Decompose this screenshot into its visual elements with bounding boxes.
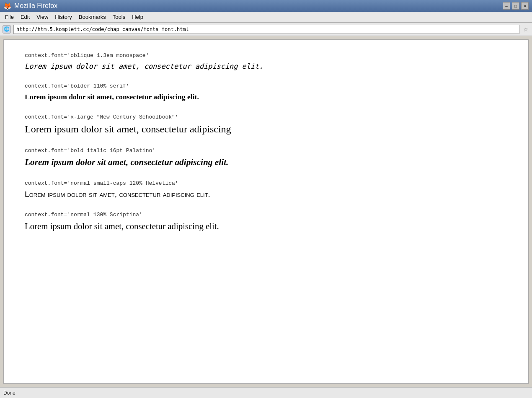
- menubar: File Edit View History Bookmarks Tools H…: [0, 12, 532, 23]
- font-entry: context.font='normal small-caps 120% Hel…: [25, 180, 507, 199]
- font-demo-text: Lorem ipsum dolor sit amet, consectetur …: [25, 93, 507, 101]
- font-code-label: context.font='normal 130% Scriptina': [25, 212, 507, 218]
- statusbar: Done: [0, 387, 532, 398]
- menu-help[interactable]: Help: [129, 13, 147, 21]
- titlebar-left: 🦊 Mozilla Firefox: [3, 2, 57, 10]
- bookmark-star-icon[interactable]: ☆: [522, 26, 529, 33]
- maximize-button[interactable]: □: [512, 2, 519, 10]
- firefox-icon: 🦊: [3, 2, 12, 10]
- addressbar: 🌐 ☆: [0, 23, 532, 36]
- font-demo-text: Lorem ipsum dolor sit amet, consectetur …: [25, 124, 507, 135]
- minimize-button[interactable]: –: [503, 2, 510, 10]
- font-demo-text: Lorem ipsum dolor sit amet, consectetur …: [25, 221, 507, 231]
- font-code-label: context.font='bolder 110% serif': [25, 83, 507, 89]
- font-code-label: context.font='oblique 1.3em monospace': [25, 52, 507, 59]
- status-text: Done: [3, 390, 15, 396]
- menu-bookmarks[interactable]: Bookmarks: [75, 13, 109, 21]
- font-demo-text: Lorem ipsum dolor sit amet, consectetur …: [25, 62, 507, 70]
- menu-history[interactable]: History: [52, 13, 75, 21]
- font-demo-text: Lorem ipsum dolor sit amet, consectetur …: [25, 190, 507, 199]
- titlebar: 🦊 Mozilla Firefox – □ ✕: [0, 0, 532, 12]
- font-entry: context.font='bolder 110% serif'Lorem ip…: [25, 83, 507, 101]
- menu-tools[interactable]: Tools: [109, 13, 129, 21]
- font-code-label: context.font='x-large "New Century Schoo…: [25, 114, 507, 120]
- page-icon: 🌐: [3, 25, 11, 34]
- menu-view[interactable]: View: [33, 13, 52, 21]
- menu-file[interactable]: File: [2, 13, 17, 21]
- font-entry: context.font='x-large "New Century Schoo…: [25, 114, 507, 135]
- font-entry: context.font='normal 130% Scriptina'Lore…: [25, 212, 507, 231]
- font-entry: context.font='bold italic 16pt Palatino'…: [25, 147, 507, 168]
- titlebar-title: Mozilla Firefox: [14, 2, 57, 10]
- canvas-area: context.font='oblique 1.3em monospace'Lo…: [3, 39, 529, 384]
- titlebar-controls: – □ ✕: [503, 2, 529, 10]
- content-wrapper: context.font='oblique 1.3em monospace'Lo…: [0, 36, 532, 387]
- font-code-label: context.font='bold italic 16pt Palatino': [25, 147, 507, 154]
- menu-edit[interactable]: Edit: [17, 13, 33, 21]
- font-demo-text: Lorem ipsum dolor sit amet, consectetur …: [25, 157, 507, 168]
- font-entry: context.font='oblique 1.3em monospace'Lo…: [25, 52, 507, 70]
- address-input[interactable]: [13, 25, 519, 34]
- font-code-label: context.font='normal small-caps 120% Hel…: [25, 180, 507, 186]
- close-button[interactable]: ✕: [521, 2, 529, 10]
